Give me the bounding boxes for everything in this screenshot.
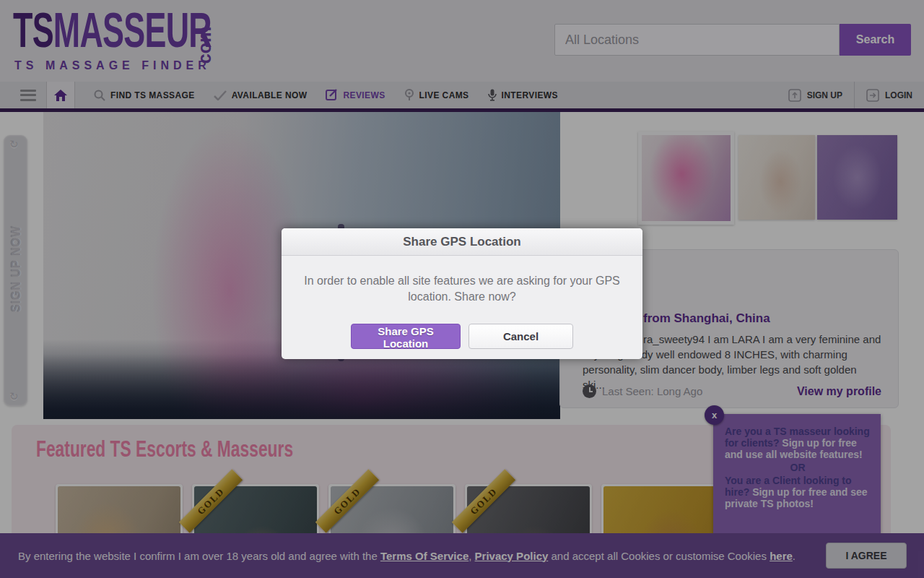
- dialog-message: In order to enable all site features we …: [282, 256, 642, 305]
- page: TSMASSEUR com TS MASSAGE FINDER Search F…: [0, 0, 924, 578]
- gps-location-dialog: Share GPS Location In order to enable al…: [282, 228, 642, 359]
- cancel-button[interactable]: Cancel: [468, 324, 573, 349]
- dialog-title: Share GPS Location: [282, 228, 642, 256]
- share-gps-button[interactable]: Share GPS Location: [351, 324, 461, 349]
